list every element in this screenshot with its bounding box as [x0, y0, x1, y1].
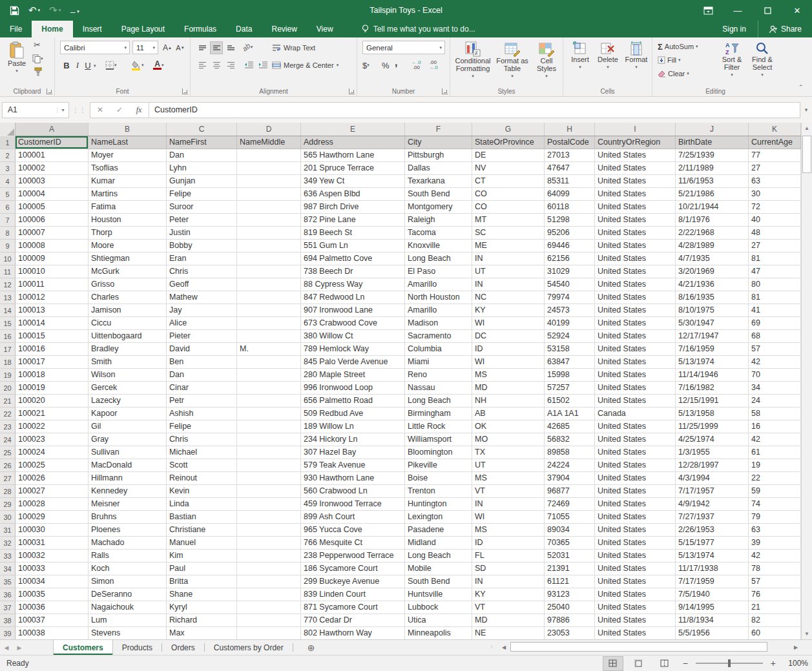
- row-header-31[interactable]: 31: [0, 524, 16, 537]
- fill-color-dropdown-arrow[interactable]: ▾: [141, 63, 144, 68]
- cell-H30[interactable]: 71055: [545, 511, 595, 524]
- cell-styles-button[interactable]: Cell Styles ▾: [532, 39, 561, 80]
- cell-J22[interactable]: 5/13/1958: [676, 408, 749, 420]
- cell-B1[interactable]: NameLast: [88, 136, 167, 149]
- cell-styles-dropdown-arrow[interactable]: ▾: [545, 72, 548, 80]
- cell-J4[interactable]: 11/6/1953: [676, 175, 749, 188]
- font-name-dropdown-arrow[interactable]: ▾: [121, 45, 129, 50]
- cell-A22[interactable]: 100021: [16, 408, 88, 420]
- cell-B37[interactable]: Nagaichouk: [88, 601, 167, 614]
- cell-J29[interactable]: 4/9/1942: [676, 498, 749, 511]
- cell-A5[interactable]: 100004: [16, 188, 88, 201]
- cell-K16[interactable]: 68: [749, 330, 801, 343]
- cell-D7[interactable]: [237, 214, 301, 227]
- cell-G12[interactable]: IN: [472, 278, 545, 291]
- cell-B30[interactable]: Bruhns: [88, 511, 167, 524]
- cell-D3[interactable]: [237, 162, 301, 175]
- row-header-15[interactable]: 15: [0, 317, 16, 330]
- comma-button[interactable]: ,: [395, 56, 397, 69]
- cell-A9[interactable]: 100008: [16, 240, 88, 253]
- cell-C31[interactable]: Christiane: [167, 524, 237, 537]
- cell-I15[interactable]: United States: [595, 317, 676, 330]
- cell-B27[interactable]: Hillmann: [88, 472, 167, 485]
- cell-J8[interactable]: 2/22/1968: [676, 227, 749, 240]
- cell-J5[interactable]: 5/21/1986: [676, 188, 749, 201]
- cell-I7[interactable]: United States: [595, 214, 676, 227]
- cell-C36[interactable]: Shane: [167, 588, 237, 601]
- column-header-D[interactable]: D: [237, 123, 301, 136]
- cell-C33[interactable]: Kim: [167, 550, 237, 563]
- cell-J1[interactable]: BirthDate: [676, 136, 749, 149]
- cell-C37[interactable]: Kyryl: [167, 601, 237, 614]
- cell-D14[interactable]: [237, 304, 301, 317]
- cell-G13[interactable]: NC: [472, 291, 545, 304]
- cell-A23[interactable]: 100022: [16, 420, 88, 433]
- cell-D1[interactable]: NameMiddle: [237, 136, 301, 149]
- cell-D24[interactable]: [237, 433, 301, 446]
- tell-me-box[interactable]: Tell me what you want to do...: [361, 21, 475, 37]
- cell-G31[interactable]: MS: [472, 524, 545, 537]
- cell-F21[interactable]: Long Beach: [405, 395, 472, 408]
- cell-B33[interactable]: Ralls: [88, 550, 167, 563]
- cell-B39[interactable]: Stevens: [88, 627, 167, 639]
- conditional-formatting-button[interactable]: ≠ Conditional Formatting ▾: [453, 39, 493, 80]
- sign-in-button[interactable]: Sign in: [711, 25, 758, 34]
- cell-A12[interactable]: 100011: [16, 278, 88, 291]
- column-header-A[interactable]: A: [16, 123, 88, 136]
- cell-E15[interactable]: 673 Crabwood Cove: [301, 317, 405, 330]
- scroll-right-arrow[interactable]: ▶: [791, 642, 801, 652]
- ribbon-tab-home[interactable]: Home: [32, 21, 72, 37]
- cell-A38[interactable]: 100037: [16, 614, 88, 627]
- row-header-4[interactable]: 4: [0, 175, 16, 188]
- delete-cells-dropdown-arrow[interactable]: ▾: [607, 63, 609, 71]
- cell-K4[interactable]: 63: [749, 175, 801, 188]
- cancel-formula-icon[interactable]: ✕: [90, 105, 110, 114]
- row-header-23[interactable]: 23: [0, 420, 16, 433]
- cell-B23[interactable]: Gil: [88, 420, 167, 433]
- underline-dropdown-arrow[interactable]: ▾: [94, 63, 96, 68]
- cell-J11[interactable]: 3/20/1969: [676, 265, 749, 278]
- cell-J32[interactable]: 5/15/1977: [676, 537, 749, 550]
- cell-E28[interactable]: 560 Crabwood Ln: [301, 485, 405, 498]
- cell-I34[interactable]: United States: [595, 563, 676, 575]
- cell-J10[interactable]: 4/7/1935: [676, 253, 749, 265]
- cell-H12[interactable]: 54540: [545, 278, 595, 291]
- cell-B3[interactable]: Tsoflias: [88, 162, 167, 175]
- cell-K7[interactable]: 40: [749, 214, 801, 227]
- cell-E26[interactable]: 579 Teak Avenue: [301, 459, 405, 472]
- cell-I36[interactable]: United States: [595, 588, 676, 601]
- cell-F2[interactable]: Pittsburgh: [405, 149, 472, 162]
- cell-D36[interactable]: [237, 588, 301, 601]
- cell-F13[interactable]: North Houston: [405, 291, 472, 304]
- row-header-12[interactable]: 12: [0, 278, 16, 291]
- cell-F38[interactable]: Utica: [405, 614, 472, 627]
- cell-B34[interactable]: Koch: [88, 563, 167, 575]
- tab-scrollbar-splitter[interactable]: ⁞: [491, 644, 492, 650]
- cell-E25[interactable]: 307 Hazel Bay: [301, 446, 405, 459]
- cell-G21[interactable]: NH: [472, 395, 545, 408]
- formula-bar-splitter[interactable]: ⋮⋮: [69, 107, 90, 114]
- cell-C12[interactable]: Geoff: [167, 278, 237, 291]
- zoom-slider[interactable]: [696, 663, 763, 664]
- row-header-27[interactable]: 27: [0, 472, 16, 485]
- decrease-decimal-button[interactable]: .00 →.0: [428, 59, 438, 72]
- column-header-B[interactable]: B: [88, 123, 167, 136]
- cell-C14[interactable]: Jay: [167, 304, 237, 317]
- cell-B13[interactable]: Charles: [88, 291, 167, 304]
- cell-C23[interactable]: Felipe: [167, 420, 237, 433]
- cell-K32[interactable]: 39: [749, 537, 801, 550]
- cell-F7[interactable]: Raleigh: [405, 214, 472, 227]
- collapse-ribbon-button[interactable]: ⌃: [798, 84, 804, 90]
- cell-H7[interactable]: 51298: [545, 214, 595, 227]
- font-name-combo[interactable]: Calibri ▾: [60, 41, 130, 54]
- cell-E2[interactable]: 565 Hawthorn Lane: [301, 149, 405, 162]
- cell-H20[interactable]: 57257: [545, 382, 595, 395]
- cell-K18[interactable]: 42: [749, 356, 801, 369]
- cell-K2[interactable]: 77: [749, 149, 801, 162]
- row-header-9[interactable]: 9: [0, 240, 16, 253]
- cell-H26[interactable]: 24224: [545, 459, 595, 472]
- cell-H35[interactable]: 61121: [545, 575, 595, 588]
- cell-H37[interactable]: 25040: [545, 601, 595, 614]
- cell-B15[interactable]: Ciccu: [88, 317, 167, 330]
- cell-G33[interactable]: FL: [472, 550, 545, 563]
